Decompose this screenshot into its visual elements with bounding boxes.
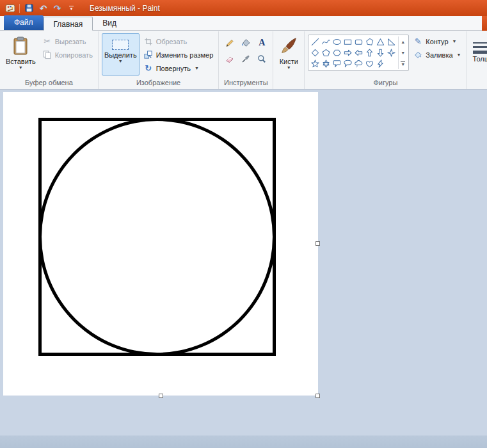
shape-polygon-icon[interactable] [364, 36, 375, 47]
shape-six-point-star-icon[interactable] [321, 58, 331, 69]
outline-button[interactable]: ✎ Контур ▼ [411, 35, 463, 47]
cut-label: Вырезать [55, 38, 86, 45]
dropdown-arrow-icon: ▼ [457, 52, 461, 57]
shape-left-arrow-icon[interactable] [353, 47, 364, 58]
shape-down-arrow-icon[interactable] [375, 47, 386, 58]
gallery-scroll-up-icon[interactable]: ▲ [399, 36, 407, 47]
shape-gallery-grid [310, 36, 397, 69]
dropdown-arrow-icon: ▼ [19, 65, 23, 70]
copy-icon [42, 50, 52, 60]
clipboard-group-body: Вставить ▼ ✂ Вырезать [1, 32, 97, 78]
customize-quick-access-icon[interactable]: ▾ [65, 2, 77, 14]
clipboard-small-buttons: ✂ Вырезать Копировать [40, 33, 95, 61]
redo-icon[interactable]: ↷ [51, 2, 63, 14]
canvas-resize-handle-corner[interactable] [315, 394, 320, 398]
rotate-icon: ↻ [143, 63, 154, 74]
shape-hexagon-icon[interactable] [331, 47, 342, 58]
work-area [0, 90, 487, 448]
shape-line-icon[interactable] [310, 36, 321, 47]
brushes-label: Кисти [280, 58, 298, 65]
copy-label: Копировать [55, 51, 93, 59]
save-icon[interactable] [23, 2, 35, 14]
thickness-group: Толщ [467, 31, 487, 89]
drawing-canvas[interactable] [3, 92, 318, 396]
tools-grid: A [222, 33, 269, 67]
shapes-group-label: Фигуры [305, 78, 465, 89]
shape-rounded-rectangle-icon[interactable] [353, 36, 364, 47]
tab-file[interactable]: Файл [4, 15, 44, 30]
color-picker-tool-button[interactable] [238, 51, 253, 67]
cut-button[interactable]: ✂ Вырезать [40, 35, 95, 47]
paint-bucket-icon [241, 38, 251, 48]
fill-button[interactable]: Заливка ▼ [411, 49, 463, 61]
ribbon-tab-row: Файл Главная Вид [0, 16, 487, 31]
brush-icon [279, 36, 298, 56]
tab-view[interactable]: Вид [93, 16, 126, 30]
gallery-scroll-down-icon[interactable]: ▼ [399, 47, 407, 58]
brushes-group-label [274, 78, 303, 89]
magnifier-tool-button[interactable] [254, 51, 269, 67]
text-tool-button[interactable]: A [254, 35, 269, 51]
crop-button[interactable]: Обрезать [141, 35, 216, 47]
outline-icon: ✎ [413, 36, 423, 47]
shape-rounded-callout-icon[interactable] [331, 58, 342, 69]
outline-label: Контур [426, 38, 448, 45]
paste-label: Вставить [6, 58, 36, 65]
shape-gallery-scroll: ▲ ▼ ▼ [398, 36, 407, 69]
selection-rectangle-icon [112, 40, 129, 50]
shape-lightning-icon[interactable] [375, 58, 386, 69]
shape-right-triangle-icon[interactable] [386, 36, 397, 47]
clipboard-icon [12, 36, 29, 56]
brushes-button[interactable]: Кисти ▼ [276, 33, 301, 76]
shape-oval-icon[interactable] [331, 36, 342, 47]
dropdown-arrow-icon: ▼ [287, 65, 291, 70]
thickness-label: Толщ [473, 55, 487, 63]
gallery-more-icon[interactable]: ▼ [399, 58, 407, 69]
resize-button[interactable]: Изменить размер [141, 49, 216, 61]
shape-cloud-callout-icon[interactable] [353, 58, 364, 69]
shape-rectangle-icon[interactable] [342, 36, 353, 47]
eraser-tool-button[interactable] [222, 51, 237, 67]
shape-pentagon-icon[interactable] [321, 47, 331, 58]
copy-button[interactable]: Копировать [40, 49, 95, 61]
shape-triangle-icon[interactable] [375, 36, 386, 47]
ribbon: Вставить ▼ ✂ Вырезать [0, 31, 487, 90]
tools-group-body: A [220, 32, 272, 78]
drawn-circle [38, 118, 276, 356]
fill-bucket-icon [413, 50, 423, 60]
thickness-button[interactable]: Толщ [470, 33, 487, 76]
image-small-buttons: Обрезать Изменить размер [141, 33, 216, 74]
image-group-body: Выделить ▼ Обрезать [99, 32, 218, 78]
rotate-button[interactable]: ↻ Повернуть ▼ [141, 62, 216, 74]
paint-app-icon[interactable] [4, 2, 16, 14]
canvas-resize-handle-right[interactable] [315, 241, 320, 246]
shape-gallery: ▲ ▼ ▼ [308, 35, 409, 71]
shape-five-point-star-icon[interactable] [310, 58, 321, 69]
shape-oval-callout-icon[interactable] [342, 58, 353, 69]
tools-group-label: Инструменты [220, 78, 272, 89]
shape-heart-icon[interactable] [364, 58, 375, 69]
select-button[interactable]: Выделить ▼ [102, 33, 140, 76]
shape-up-arrow-icon[interactable] [364, 47, 375, 58]
magnifier-icon [257, 54, 267, 64]
fill-tool-button[interactable] [238, 35, 253, 51]
dropdown-arrow-icon: ▼ [195, 66, 199, 70]
shape-four-point-star-icon[interactable] [386, 47, 397, 58]
text-tool-icon: A [259, 38, 265, 48]
shape-curve-icon[interactable] [321, 36, 331, 47]
tools-group: A [219, 31, 273, 89]
select-label: Выделить [104, 51, 137, 59]
window-title: Безымянный - Paint [90, 4, 160, 13]
shape-right-arrow-icon[interactable] [342, 47, 353, 58]
undo-icon[interactable]: ↶ [37, 2, 49, 14]
paint-window: ↶ ↷ ▾ Безымянный - Paint Файл Главная Ви… [0, 0, 487, 448]
tab-home[interactable]: Главная [44, 17, 93, 31]
eraser-icon [225, 54, 235, 64]
crop-icon [143, 36, 154, 47]
shape-diamond-icon[interactable] [310, 47, 321, 58]
paste-button[interactable]: Вставить ▼ [3, 33, 38, 76]
qat-separator [19, 4, 20, 13]
clipboard-group: Вставить ▼ ✂ Вырезать [0, 31, 99, 89]
pencil-tool-button[interactable] [222, 35, 237, 51]
canvas-resize-handle-bottom[interactable] [159, 394, 163, 398]
